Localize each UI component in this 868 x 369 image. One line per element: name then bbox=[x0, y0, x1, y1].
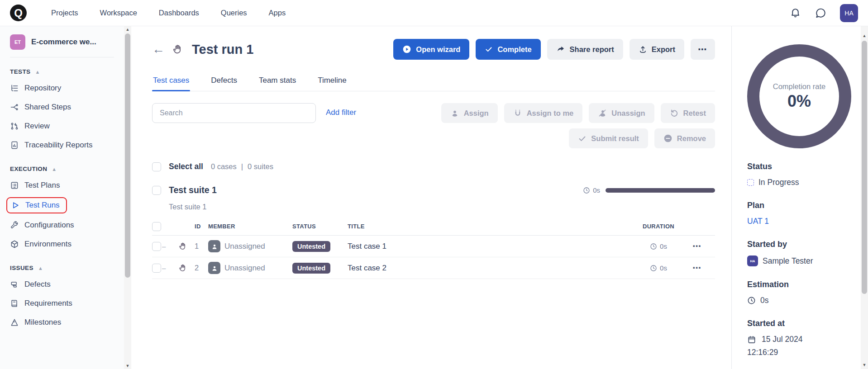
add-filter-link[interactable]: Add filter bbox=[326, 108, 356, 117]
drag-handle[interactable]: – bbox=[162, 242, 178, 250]
sidebar-item-label: Requirements bbox=[24, 299, 72, 308]
tab-team-stats[interactable]: Team stats bbox=[258, 71, 297, 91]
assign-button[interactable]: Assign bbox=[441, 103, 498, 123]
scrollbar-thumb[interactable] bbox=[125, 33, 130, 278]
suite-title[interactable]: Test suite 1 bbox=[169, 185, 217, 195]
search-input[interactable] bbox=[152, 103, 316, 123]
complete-button[interactable]: Complete bbox=[476, 39, 540, 60]
sidebar-item-requirements[interactable]: Requirements bbox=[10, 294, 124, 313]
retry-rotate-icon bbox=[670, 109, 679, 118]
user-avatar[interactable]: HA bbox=[840, 4, 858, 22]
nav-projects[interactable]: Projects bbox=[51, 9, 78, 17]
sidebar-item-label: Traceability Reports bbox=[24, 141, 93, 150]
row-menu-button[interactable]: ⋯ bbox=[692, 263, 715, 273]
member-name: Unassigned bbox=[224, 264, 265, 273]
hand-icon bbox=[172, 44, 183, 55]
sidebar-item-test-runs[interactable]: Test Runs bbox=[10, 195, 124, 216]
sidebar-item-label: Shared Steps bbox=[24, 103, 71, 112]
open-wizard-button[interactable]: Open wizard bbox=[393, 39, 469, 60]
select-all-checkbox[interactable] bbox=[152, 162, 161, 171]
app-logo[interactable]: Q bbox=[10, 5, 27, 21]
assign-to-me-button[interactable]: Assign to me bbox=[504, 103, 583, 123]
cases-count: 0 cases bbox=[211, 162, 237, 171]
sidebar-scrollbar[interactable]: ▲ ▼ bbox=[124, 26, 131, 369]
header-checkbox[interactable] bbox=[152, 222, 161, 231]
sidebar-item-shared-steps[interactable]: Shared Steps bbox=[10, 98, 124, 117]
more-actions-button[interactable]: ⋯ bbox=[691, 39, 715, 60]
sidebar-item-label: Test Runs bbox=[25, 201, 60, 210]
case-title[interactable]: Test case 1 bbox=[348, 242, 625, 251]
person-slash-icon bbox=[598, 109, 607, 118]
test-plans-icon bbox=[10, 181, 19, 190]
scroll-up-icon[interactable]: ▲ bbox=[861, 33, 868, 39]
notifications-bell-icon[interactable] bbox=[790, 7, 801, 19]
sidebar-item-repository[interactable]: Repository bbox=[10, 79, 124, 98]
sidebar-item-label: Configurations bbox=[24, 221, 74, 230]
back-arrow-button[interactable]: ← bbox=[152, 43, 165, 56]
tab-bar: Test cases Defects Team stats Timeline bbox=[152, 71, 715, 91]
plan-link[interactable]: UAT 1 bbox=[747, 217, 769, 226]
chat-bubble-icon[interactable] bbox=[815, 7, 826, 19]
nav-queries[interactable]: Queries bbox=[221, 9, 247, 17]
row-checkbox[interactable] bbox=[152, 242, 161, 251]
plan-label: Plan bbox=[747, 201, 850, 210]
defects-icon bbox=[10, 280, 19, 289]
scrollbar-thumb[interactable] bbox=[862, 41, 867, 294]
submit-result-button[interactable]: Submit result bbox=[569, 128, 648, 148]
unassign-button[interactable]: Unassign bbox=[589, 103, 654, 123]
sidebar-item-label: Repository bbox=[24, 84, 61, 93]
table-row[interactable]: – 1 Unassigned Untested Test case 1 bbox=[152, 236, 715, 257]
section-execution-label: EXECUTION bbox=[10, 166, 47, 172]
sidebar-item-defects[interactable]: Defects bbox=[10, 275, 124, 294]
started-by-label: Started by bbox=[747, 240, 850, 249]
status-badge: Untested bbox=[292, 241, 330, 252]
sidebar-divider bbox=[10, 57, 114, 57]
starter-avatar: HA bbox=[747, 255, 758, 266]
section-execution[interactable]: EXECUTION ▲ bbox=[10, 166, 124, 172]
col-member: MEMBER bbox=[208, 223, 292, 230]
sidebar-item-test-plans[interactable]: Test Plans bbox=[10, 176, 124, 195]
select-all-label[interactable]: Select all bbox=[169, 162, 203, 171]
member-avatar-icon bbox=[208, 262, 220, 274]
main-scrollbar[interactable]: ▲ ▼ bbox=[861, 26, 868, 369]
nav-workspace[interactable]: Workspace bbox=[100, 9, 137, 17]
sidebar-item-review[interactable]: Review bbox=[10, 117, 124, 136]
suite-checkbox[interactable] bbox=[152, 186, 161, 195]
sidebar-item-environments[interactable]: Environments bbox=[10, 235, 124, 254]
clock-icon bbox=[650, 243, 657, 250]
check-icon bbox=[578, 134, 587, 143]
shared-steps-icon bbox=[10, 103, 19, 112]
nav-apps[interactable]: Apps bbox=[269, 9, 286, 17]
sidebar-item-milestones[interactable]: Milestones bbox=[10, 313, 124, 332]
case-title[interactable]: Test case 2 bbox=[348, 264, 625, 273]
scroll-up-icon[interactable]: ▲ bbox=[124, 26, 131, 33]
section-issues[interactable]: ISSUES ▲ bbox=[10, 265, 124, 271]
started-date: 15 Jul 2024 bbox=[762, 335, 803, 344]
member-name: Unassigned bbox=[224, 242, 265, 251]
section-tests[interactable]: TESTS ▲ bbox=[10, 68, 124, 75]
status-label: Status bbox=[747, 162, 850, 171]
row-menu-button[interactable]: ⋯ bbox=[692, 241, 715, 251]
tab-test-cases[interactable]: Test cases bbox=[152, 71, 190, 91]
completion-rate-label: Completion rate bbox=[773, 82, 825, 91]
drag-handle[interactable]: – bbox=[162, 264, 178, 272]
nav-dashboards[interactable]: Dashboards bbox=[159, 9, 199, 17]
sidebar-item-configurations[interactable]: Configurations bbox=[10, 216, 124, 235]
tab-defects[interactable]: Defects bbox=[210, 71, 238, 91]
count-separator: | bbox=[241, 162, 243, 171]
sidebar-item-traceability-reports[interactable]: Traceability Reports bbox=[10, 136, 124, 155]
table-row[interactable]: – 2 Unassigned Untested Test case 2 bbox=[152, 257, 715, 279]
magnet-icon bbox=[513, 109, 522, 118]
tab-timeline[interactable]: Timeline bbox=[317, 71, 348, 91]
export-button[interactable]: Export bbox=[630, 39, 684, 60]
share-report-button[interactable]: Share report bbox=[547, 39, 623, 60]
export-upload-icon bbox=[639, 45, 647, 54]
project-switcher[interactable]: ET E-commerce we... bbox=[10, 34, 124, 50]
scroll-down-icon[interactable]: ▼ bbox=[861, 362, 868, 368]
chevron-up-icon: ▲ bbox=[38, 265, 43, 271]
row-checkbox[interactable] bbox=[152, 264, 161, 273]
scroll-down-icon[interactable]: ▼ bbox=[124, 363, 131, 369]
retest-button[interactable]: Retest bbox=[661, 103, 715, 123]
unassign-label: Unassign bbox=[611, 109, 645, 118]
remove-button[interactable]: Remove bbox=[654, 128, 715, 148]
